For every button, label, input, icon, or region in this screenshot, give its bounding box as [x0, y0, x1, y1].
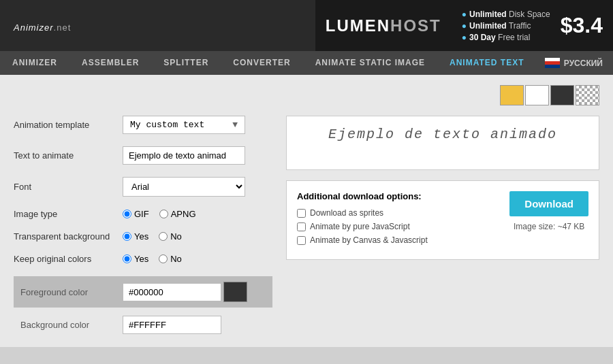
main-nav: ANIMIZER ASSEMBLER SPLITTER CONVERTER AN… — [0, 51, 613, 75]
nav-assembler[interactable]: ASSEMBLER — [69, 51, 151, 75]
ad-banner: LUMENHOST ●Unlimited Disk Space ●Unlimit… — [315, 0, 613, 51]
image-type-apng-label[interactable]: APNG — [159, 209, 196, 219]
ad-feature-1: ●Unlimited Disk Space — [462, 10, 550, 19]
animation-template-control: My custom text ▼ — [123, 116, 272, 134]
download-panel: Additional download options: Download as… — [286, 180, 599, 260]
animation-template-label: Animation template — [14, 120, 123, 130]
image-type-label: Image type — [14, 209, 123, 219]
swatch-transparent[interactable] — [576, 85, 599, 105]
nav-converter[interactable]: CONVERTER — [221, 51, 302, 75]
ad-brand: LUMENHOST — [326, 16, 441, 35]
keep-colors-yes-radio[interactable] — [123, 254, 131, 263]
content-area: Animation template My custom text ▼ Text… — [14, 116, 599, 337]
image-type-control: GIF APNG — [123, 209, 272, 219]
transparent-bg-label: Transparent background — [14, 231, 123, 242]
ad-feature-3: ●30 Day Free trial — [462, 33, 550, 42]
transparent-no-label[interactable]: No — [159, 231, 182, 242]
transparent-bg-row: Transparent background Yes No — [14, 231, 272, 242]
download-button[interactable]: Download — [509, 191, 588, 216]
keep-colors-label: Keep original colors — [14, 254, 123, 264]
transparent-bg-control: Yes No — [123, 231, 272, 242]
image-type-row: Image type GIF APNG — [14, 209, 272, 219]
preview-area: Ejemplo de texto animado — [286, 116, 599, 170]
download-options-title: Additional download options: — [297, 191, 496, 201]
image-type-gif-radio[interactable] — [123, 210, 131, 218]
preview-text: Ejemplo de texto animado — [294, 127, 592, 142]
swatch-white[interactable] — [525, 85, 549, 105]
image-type-gif-label[interactable]: GIF — [123, 209, 149, 219]
background-color-row: Background color — [14, 313, 272, 337]
preview-swatches — [14, 85, 599, 105]
transparent-yes-radio[interactable] — [123, 232, 131, 241]
logo-text: Animizer.net — [14, 22, 71, 33]
main-content: Animation template My custom text ▼ Text… — [0, 75, 613, 347]
text-to-animate-control — [123, 146, 272, 165]
animation-template-row: Animation template My custom text ▼ — [14, 116, 272, 134]
swatch-yellow[interactable] — [500, 85, 524, 105]
foreground-color-input[interactable] — [123, 283, 221, 301]
canvas-checkbox[interactable] — [297, 236, 306, 245]
keep-colors-row: Keep original colors Yes No — [14, 254, 272, 264]
sprites-checkbox[interactable] — [297, 209, 306, 218]
foreground-color-label: Foreground color — [20, 287, 123, 297]
ad-features: ●Unlimited Disk Space ●Unlimited Traffic… — [462, 10, 550, 42]
keep-colors-no-radio[interactable] — [159, 254, 168, 263]
font-control: Arial Times New Roman Verdana Georgia Co… — [123, 177, 272, 197]
download-options: Additional download options: Download as… — [297, 191, 496, 249]
background-color-input[interactable] — [123, 316, 221, 334]
nav-animizer[interactable]: ANIMIZER — [0, 51, 69, 75]
download-option-sprites: Download as sprites — [297, 208, 496, 218]
keep-colors-control: Yes No — [123, 254, 272, 264]
nav-splitter[interactable]: SPLITTER — [151, 51, 221, 75]
download-right: Download Image size: ~47 KB — [509, 191, 588, 249]
font-label: Font — [14, 182, 123, 192]
animation-template-dropdown[interactable]: My custom text ▼ — [123, 116, 245, 134]
header: Animizer.net LUMENHOST ●Unlimited Disk S… — [0, 0, 613, 51]
font-row: Font Arial Times New Roman Verdana Georg… — [14, 177, 272, 197]
nav-animate-static[interactable]: ANIMATE STATIC IMAGE — [303, 51, 437, 75]
ad-price: $3.4 — [561, 13, 603, 38]
transparent-no-radio[interactable] — [159, 232, 168, 241]
download-option-canvas: Animate by Canvas & Javascript — [297, 235, 496, 245]
right-panel: Ejemplo de texto animado Additional down… — [286, 116, 599, 337]
left-panel: Animation template My custom text ▼ Text… — [14, 116, 272, 337]
flag-icon — [545, 58, 560, 68]
download-option-js: Animate by pure JavaScript — [297, 222, 496, 231]
swatch-black[interactable] — [550, 85, 574, 105]
text-to-animate-row: Text to animate — [14, 146, 272, 165]
logo: Animizer.net — [0, 17, 84, 35]
foreground-color-swatch[interactable] — [223, 282, 247, 302]
image-size-text: Image size: ~47 KB — [514, 222, 584, 231]
image-type-apng-radio[interactable] — [159, 210, 168, 218]
background-color-label: Background color — [20, 320, 123, 330]
keep-colors-yes-label[interactable]: Yes — [123, 254, 148, 264]
language-selector[interactable]: РУССКИЙ — [545, 58, 613, 68]
foreground-color-row: Foreground color — [14, 276, 272, 308]
transparent-yes-label[interactable]: Yes — [123, 231, 148, 242]
keep-colors-no-label[interactable]: No — [159, 254, 182, 264]
nav-animated-text[interactable]: ANIMATED TEXT — [437, 51, 536, 75]
ad-feature-2: ●Unlimited Traffic — [462, 21, 550, 31]
dropdown-arrow-icon: ▼ — [232, 120, 238, 130]
text-to-animate-label: Text to animate — [14, 150, 123, 161]
font-select[interactable]: Arial Times New Roman Verdana Georgia Co… — [123, 177, 245, 197]
text-to-animate-input[interactable] — [123, 146, 245, 165]
pure-js-checkbox[interactable] — [297, 222, 306, 231]
